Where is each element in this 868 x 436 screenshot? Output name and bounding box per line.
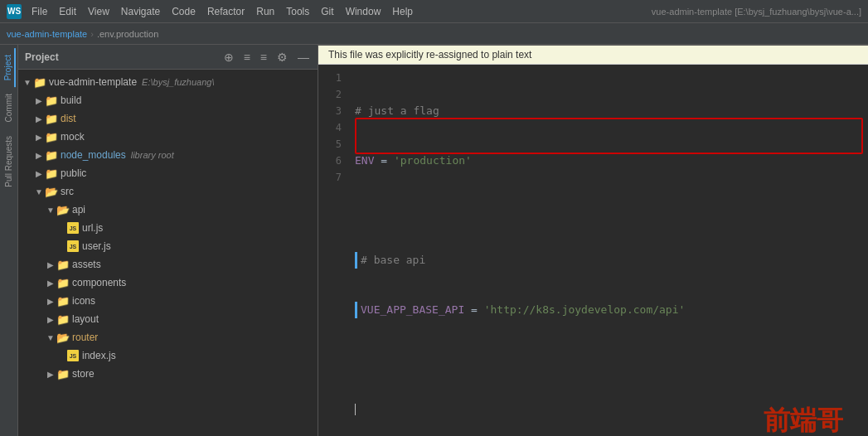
tree-item-src[interactable]: ▼ 📂 src: [18, 182, 318, 201]
tree-item-mock[interactable]: ▶ 📁 mock: [18, 128, 318, 146]
editor-panel: V good.vue ✕ {} package.json ✕ ≡ .env.pr…: [318, 45, 868, 436]
tree-badge-node-modules: library root: [131, 150, 174, 160]
window-title: vue-admin-template [E:\bysj_fuzhuang\bys…: [652, 7, 861, 17]
menu-file[interactable]: File: [32, 6, 47, 17]
tree-label-src: src: [61, 186, 74, 197]
vertical-tab-strip: Project Commit Pull Requests: [0, 45, 18, 436]
tree-item-public[interactable]: ▶ 📁 public: [18, 164, 318, 182]
line-accent-4: [355, 252, 357, 269]
folder-icon-router: 📂: [56, 331, 70, 344]
menu-code[interactable]: Code: [172, 6, 196, 17]
add-content-icon[interactable]: ⊕: [222, 49, 235, 65]
tree-arrow-root: ▼: [22, 78, 33, 87]
tree-item-assets[interactable]: ▶ 📁 assets: [18, 255, 318, 274]
file-tree: ▼ 📁 vue-admin-template E:\bysj_fuzhuang\…: [18, 70, 318, 436]
breadcrumb-sep: ›: [90, 29, 94, 39]
tree-badge-root: E:\bysj_fuzhuang\: [142, 77, 214, 87]
code-str-2: 'production': [394, 153, 472, 169]
line-accent-5: [355, 302, 357, 318]
code-text-4: # base api: [361, 252, 425, 269]
tree-label-root: vue-admin-template: [49, 76, 137, 88]
folder-icon-node-modules: 📁: [45, 148, 58, 162]
menu-run[interactable]: Run: [256, 6, 274, 17]
project-panel: Project ⊕ ≡ ≡ ⚙ — ▼ 📁 vue-admin-template…: [18, 45, 318, 436]
menu-tools[interactable]: Tools: [286, 6, 309, 17]
menu-refactor[interactable]: Refactor: [207, 6, 245, 17]
tree-item-user-js[interactable]: JS user.js: [18, 237, 318, 255]
tree-label-assets: assets: [72, 259, 101, 270]
code-line-4: # base api: [355, 252, 868, 269]
tree-label-router: router: [72, 332, 98, 343]
scroll-from-source-icon[interactable]: ≡: [242, 49, 252, 65]
code-line-2: ENV = 'production': [355, 153, 868, 169]
tree-label-mock: mock: [61, 131, 85, 143]
tree-label-components: components: [72, 277, 126, 288]
tree-item-index-js[interactable]: JS index.js: [18, 346, 318, 365]
notification-text: This file was explicitly re-assigned to …: [328, 49, 531, 61]
code-line-7: [355, 401, 868, 418]
breadcrumb: vue-admin-template › .env.production: [0, 23, 868, 45]
tree-item-build[interactable]: ▶ 📁 build: [18, 91, 318, 109]
vtab-commit[interactable]: Commit: [2, 87, 15, 128]
code-str-5: 'http://k8s.joydevelop.com/api': [484, 302, 686, 318]
project-panel-title: Project: [25, 51, 59, 63]
tree-label-user-js: user.js: [82, 240, 111, 252]
tree-label-icons: icons: [72, 295, 95, 307]
tree-label-dist: dist: [61, 113, 76, 124]
folder-icon-assets: 📁: [56, 258, 70, 271]
tree-item-api[interactable]: ▼ 📂 api: [18, 201, 318, 219]
folder-icon-root: 📁: [33, 75, 46, 89]
js-icon-user: JS: [66, 240, 80, 253]
tree-item-node-modules[interactable]: ▶ 📁 node_modules library root: [18, 146, 318, 164]
folder-icon-components: 📁: [56, 276, 70, 289]
menu-window[interactable]: Window: [346, 6, 381, 17]
tree-item-components[interactable]: ▶ 📁 components: [18, 274, 318, 292]
code-key-5: VUE_APP_BASE_API: [361, 302, 464, 318]
folder-icon-src: 📂: [45, 185, 58, 198]
tree-label-index-js: index.js: [82, 350, 116, 361]
project-toolbar: Project ⊕ ≡ ≡ ⚙ —: [18, 45, 318, 70]
folder-icon-store: 📁: [56, 367, 70, 380]
tree-label-build: build: [61, 94, 81, 106]
vtab-pull-requests[interactable]: Pull Requests: [2, 129, 15, 194]
breadcrumb-file[interactable]: .env.production: [97, 29, 158, 39]
tree-label-api: api: [72, 204, 85, 216]
folder-icon-mock: 📁: [45, 130, 58, 143]
settings-icon[interactable]: ⚙: [275, 49, 289, 65]
editor-cursor: [355, 404, 356, 415]
tree-label-url-js: url.js: [82, 222, 103, 234]
folder-icon-layout: 📁: [56, 312, 70, 326]
code-editor[interactable]: # just a flag ENV = 'production' # base …: [348, 65, 868, 436]
menu-view[interactable]: View: [88, 6, 109, 17]
collapse-all-icon[interactable]: ≡: [259, 49, 269, 65]
tree-item-url-js[interactable]: JS url.js: [18, 219, 318, 237]
tree-label-public: public: [61, 167, 86, 179]
vtab-project[interactable]: Project: [2, 48, 16, 87]
tree-label-layout: layout: [72, 313, 99, 325]
editor-wrapper: 1 2 3 4 5 6 7 # just a flag ENV = 'produ…: [318, 65, 868, 436]
js-icon-url: JS: [66, 221, 80, 235]
tree-root[interactable]: ▼ 📁 vue-admin-template E:\bysj_fuzhuang\: [18, 73, 318, 91]
js-icon-index: JS: [66, 349, 80, 362]
tree-item-icons[interactable]: ▶ 📁 icons: [18, 292, 318, 310]
tree-item-store[interactable]: ▶ 📁 store: [18, 365, 318, 383]
hide-panel-icon[interactable]: —: [296, 49, 311, 65]
folder-icon-dist: 📁: [45, 112, 58, 125]
code-line-5: VUE_APP_BASE_API = 'http://k8s.joydevelo…: [355, 302, 868, 318]
tree-label-store: store: [72, 368, 95, 380]
editor-content[interactable]: 1 2 3 4 5 6 7 # just a flag ENV = 'produ…: [318, 65, 868, 436]
code-line-3: [355, 202, 868, 219]
menu-edit[interactable]: Edit: [59, 6, 76, 17]
menu-git[interactable]: Git: [321, 6, 333, 17]
tree-item-layout[interactable]: ▶ 📁 layout: [18, 310, 318, 328]
folder-icon-icons: 📁: [56, 294, 70, 308]
menu-help[interactable]: Help: [392, 6, 413, 17]
breadcrumb-root[interactable]: vue-admin-template: [7, 29, 87, 39]
tree-item-dist[interactable]: ▶ 📁 dist: [18, 109, 318, 128]
menu-navigate[interactable]: Navigate: [121, 6, 160, 17]
code-text-1: # just a flag: [355, 103, 439, 119]
folder-icon-public: 📁: [45, 167, 58, 180]
line-numbers: 1 2 3 4 5 6 7: [318, 65, 348, 436]
tree-item-router[interactable]: ▼ 📂 router: [18, 328, 318, 346]
main-layout: Project Commit Pull Requests Project ⊕ ≡…: [0, 45, 868, 436]
